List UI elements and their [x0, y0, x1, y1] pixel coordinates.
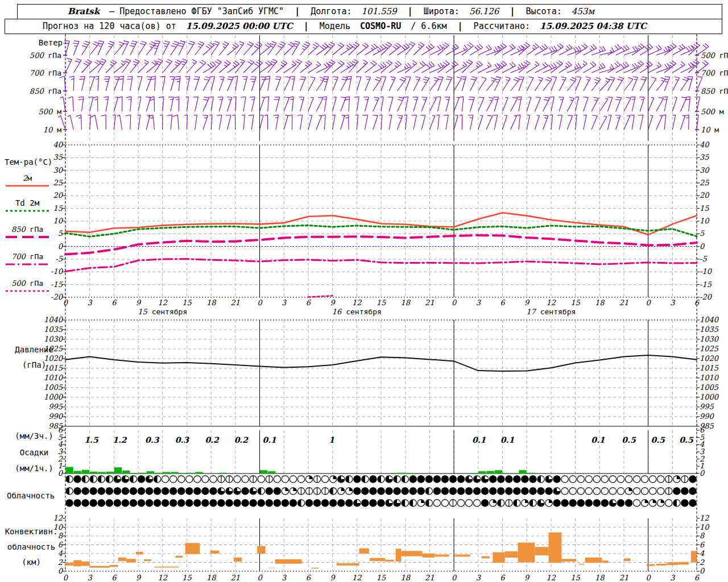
calculated-label: Рассчитано: [474, 21, 530, 31]
conv-ytick-right: 0 [700, 567, 705, 575]
convective-cloud-bar [126, 559, 136, 562]
hour-label: 15 [182, 298, 192, 307]
temp-ytick-right: -15 [700, 280, 712, 289]
separator: | [458, 19, 463, 34]
cloud-cover-symbol [305, 500, 312, 506]
cloud-cover-symbol [266, 488, 272, 494]
convective-cloud-bar [518, 543, 535, 563]
convective-cloud-bar [155, 567, 179, 568]
cloud-cover-symbol [617, 500, 624, 506]
bottom-hour-label: 3 [476, 573, 482, 582]
cloud-cover-symbol [194, 488, 201, 494]
cloud-cover-symbol [593, 488, 600, 494]
cloud-cover-symbol [90, 488, 97, 494]
precip-bar [155, 473, 162, 473]
cloud-cover-symbol [514, 476, 520, 483]
convective-cloud-bar [81, 562, 89, 566]
cloud-cover-symbol [354, 488, 361, 494]
cloud-cover-symbol [490, 476, 497, 483]
hour-label: 15 [377, 298, 386, 307]
convective-cloud-bar [312, 568, 319, 569]
bottom-hour-label: 0 [257, 573, 263, 582]
precip-bar [390, 473, 397, 473]
precip-3h-value: 0.2 [205, 435, 220, 444]
temperature-panel: 40403535303025252020151510105500-5-5-10-… [51, 140, 713, 301]
temp-ytick-right: 20 [700, 191, 710, 199]
separator: | [295, 5, 300, 19]
cloud-cover-symbol [354, 476, 361, 483]
convective-cloud-bar [144, 559, 151, 561]
hour-label: 3 [670, 298, 676, 307]
bottom-hour-label: 6 [306, 573, 312, 582]
cloud-cover-symbol [665, 500, 672, 506]
precip-bar [106, 472, 114, 473]
precip-bar [98, 472, 105, 473]
bottom-hour-label: 21 [619, 573, 629, 582]
cloud-cover-symbol [617, 476, 624, 483]
pressure-ytick-right: 995 [700, 402, 714, 411]
bottom-hour-label: 21 [425, 573, 435, 582]
date-label: 15 сентября [138, 307, 187, 316]
cloud-cover-symbol [178, 488, 185, 494]
convective-panel-title: облачность [7, 542, 55, 551]
precip-bar [163, 472, 170, 473]
cloud-cover-symbol [154, 488, 160, 494]
wind-level-label-right: 10 м [701, 126, 719, 134]
cloud-cover-symbol [370, 500, 377, 506]
cloud-cover-symbol [74, 476, 81, 483]
conv-ytick-right: 4 [700, 549, 705, 558]
cloud-cover-symbol [498, 476, 504, 483]
temp-ytick-left: 25 [53, 178, 63, 187]
cloud-cover-symbol [186, 476, 193, 483]
cloud-cover-symbol [410, 488, 416, 494]
cloud-cover-symbol [609, 476, 616, 483]
precip-bar [495, 470, 502, 473]
cloud-cover-symbol [441, 488, 448, 494]
precip-3h-value: 1.5 [84, 435, 99, 444]
wind-panel: Ветер500 гПа500 гПа700 гПа700 гПа850 гПа… [30, 38, 728, 134]
cloud-cover-symbol [370, 476, 377, 483]
cloud-cover-symbol [74, 500, 81, 506]
legend-label: Td 2м [15, 198, 40, 207]
cloud-cover-symbol [601, 500, 608, 506]
convective-cloud-bar [647, 564, 655, 566]
cloud-cover-symbol [242, 476, 249, 483]
convective-cloud-bar [257, 546, 265, 554]
convective-cloud-bar [549, 533, 562, 563]
convective-cloud-bar [402, 551, 423, 556]
cloud-cover-symbol [74, 488, 81, 494]
bottom-hour-label: 6 [500, 573, 506, 582]
cloud-cover-symbol [650, 488, 656, 494]
cloud-cover-symbol [82, 488, 89, 494]
conv-ytick-left: 4 [58, 549, 63, 558]
pressure-ytick-left: 1000 [44, 393, 64, 401]
date-label: 16 сентября [332, 307, 382, 316]
wind-level-label-left: 850 гПа [30, 87, 61, 95]
cloud-symbol-row [66, 488, 696, 494]
pressure-ytick-right: 1020 [700, 354, 719, 363]
cloud-cover-symbol [577, 488, 584, 494]
precip-bar [503, 473, 510, 473]
wind-level-label-left: 10 м [43, 126, 61, 134]
legend-label: 2м [23, 174, 32, 182]
cloud-cover-symbol [169, 476, 176, 483]
cloud-cover-symbol [593, 476, 600, 483]
bottom-hour-label: 18 [400, 573, 411, 582]
cloud-cover-symbol [114, 488, 121, 494]
cloud-cover-symbol [569, 476, 576, 483]
cloud-cover-symbol [433, 476, 440, 483]
cloud-cover-symbol [218, 500, 225, 506]
cloud-cover-symbol [162, 476, 168, 483]
time-axis: 0369121518210369121518210369121518210361… [63, 298, 700, 316]
cloud-cover-symbol [226, 500, 233, 506]
precip-bar [195, 472, 202, 473]
convective-cloud-bar [234, 558, 242, 562]
cloud-cover-symbol [681, 488, 688, 494]
convective-cloud-bar [65, 563, 73, 566]
precip-panel: (мм/3ч.)Осадки(мм/1ч.)665544332211001.51… [15, 426, 705, 477]
precip-bar [519, 470, 526, 473]
bottom-hour-label: 0 [646, 573, 651, 582]
bottom-hour-label: 6 [111, 573, 117, 582]
precip-3h-value: 0.5 [622, 435, 636, 444]
meteogram-chart: Ветер500 гПа500 гПа700 гПа700 гПа850 гПа… [0, 0, 728, 582]
